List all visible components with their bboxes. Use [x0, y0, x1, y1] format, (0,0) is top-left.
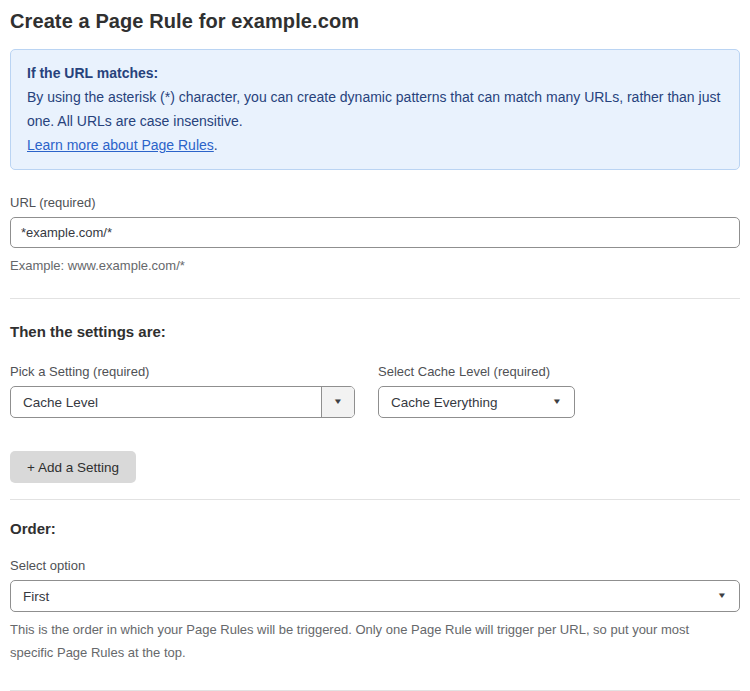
- url-field-label: URL (required): [10, 195, 740, 210]
- cache-level-label: Select Cache Level (required): [378, 364, 575, 379]
- page-title: Create a Page Rule for example.com: [10, 10, 740, 33]
- add-setting-row: + Add a Setting: [10, 451, 740, 483]
- settings-section-heading: Then the settings are:: [10, 323, 740, 340]
- link-suffix: .: [214, 137, 218, 153]
- section-divider: [10, 298, 740, 299]
- chevron-down-icon: ▼: [552, 398, 562, 406]
- info-box-link-line: Learn more about Page Rules.: [27, 133, 723, 157]
- url-field-helper: Example: www.example.com/*: [10, 255, 740, 277]
- pick-setting-column: Pick a Setting (required) Cache Level ▼: [10, 364, 355, 418]
- chevron-down-icon: ▼: [717, 592, 727, 600]
- cache-level-dropdown[interactable]: Cache Everything ▼: [378, 386, 575, 418]
- order-value: First: [11, 589, 49, 604]
- settings-row: Pick a Setting (required) Cache Level ▼ …: [10, 364, 740, 418]
- order-dropdown[interactable]: First ▼: [10, 580, 740, 612]
- info-box-body: By using the asterisk (*) character, you…: [27, 85, 723, 133]
- info-box-heading: If the URL matches:: [27, 61, 723, 85]
- url-match-info-box: If the URL matches: By using the asteris…: [10, 49, 740, 170]
- url-input[interactable]: [10, 217, 740, 248]
- add-setting-button[interactable]: + Add a Setting: [10, 451, 136, 483]
- learn-more-link[interactable]: Learn more about Page Rules: [27, 137, 214, 153]
- section-divider: [10, 499, 740, 500]
- cache-level-column: Select Cache Level (required) Cache Ever…: [378, 364, 575, 418]
- chevron-down-icon: ▼: [333, 398, 343, 406]
- pick-setting-value: Cache Level: [11, 395, 98, 410]
- pick-setting-dropdown[interactable]: Cache Level ▼: [10, 386, 355, 418]
- pick-setting-label: Pick a Setting (required): [10, 364, 355, 379]
- cache-level-value: Cache Everything: [379, 395, 498, 410]
- page-rule-form: Create a Page Rule for example.com If th…: [0, 0, 750, 691]
- order-section-heading: Order:: [10, 520, 740, 537]
- pick-setting-dropdown-button[interactable]: ▼: [321, 387, 354, 417]
- order-helper-text: This is the order in which your Page Rul…: [10, 618, 730, 664]
- order-select-label: Select option: [10, 558, 740, 573]
